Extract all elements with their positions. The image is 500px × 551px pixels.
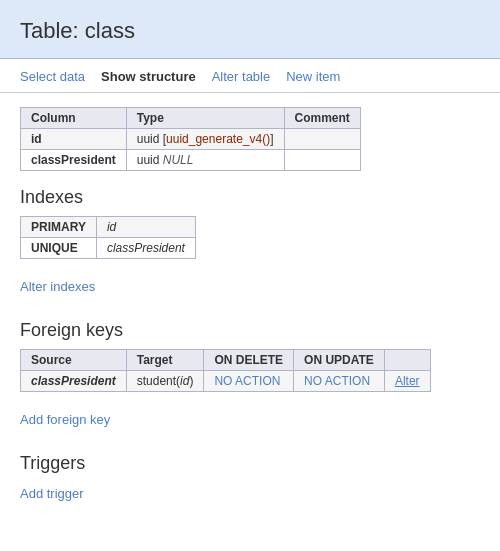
fk-header-action	[384, 350, 430, 371]
index-row: PRIMARY id	[21, 217, 196, 238]
type-id: uuid [uuid_generate_v4()]	[126, 129, 284, 150]
nav-show-structure[interactable]: Show structure	[101, 69, 196, 84]
indexes-title: Indexes	[20, 187, 480, 208]
fk-target: student(id)	[126, 371, 204, 392]
page-title: Table: class	[20, 18, 480, 44]
col-header-column: Column	[21, 108, 127, 129]
fk-on-update: NO ACTION	[294, 371, 385, 392]
type-classpresident: uuid NULL	[126, 150, 284, 171]
fk-header-on-delete: ON DELETE	[204, 350, 294, 371]
fk-row: classPresident student(id) NO ACTION NO …	[21, 371, 431, 392]
foreign-keys-table: Source Target ON DELETE ON UPDATE classP…	[20, 349, 431, 392]
table-row: id uuid [uuid_generate_v4()]	[21, 129, 361, 150]
fk-header-source: Source	[21, 350, 127, 371]
comment-id	[284, 129, 360, 150]
comment-classpresident	[284, 150, 360, 171]
col-id: id	[21, 129, 127, 150]
add-trigger-link[interactable]: Add trigger	[20, 486, 84, 501]
fk-header-target: Target	[126, 350, 204, 371]
table-row: classPresident uuid NULL	[21, 150, 361, 171]
uuid-func: uuid_generate_v4()	[166, 132, 270, 146]
add-foreign-key-link[interactable]: Add foreign key	[20, 412, 110, 427]
index-type-unique: UNIQUE	[21, 238, 97, 259]
index-col-id: id	[96, 217, 195, 238]
page-header: Table: class	[0, 0, 500, 59]
nav-alter-table[interactable]: Alter table	[212, 69, 271, 84]
index-type-primary: PRIMARY	[21, 217, 97, 238]
col-classpresident: classPresident	[21, 150, 127, 171]
fk-source: classPresident	[21, 371, 127, 392]
col-header-type: Type	[126, 108, 284, 129]
col-header-comment: Comment	[284, 108, 360, 129]
navigation: Select data Show structure Alter table N…	[0, 59, 500, 93]
index-row: UNIQUE classPresident	[21, 238, 196, 259]
main-content: Column Type Comment id uuid [uuid_genera…	[0, 93, 500, 525]
foreign-keys-title: Foreign keys	[20, 320, 480, 341]
null-text: NULL	[163, 153, 194, 167]
fk-on-delete: NO ACTION	[204, 371, 294, 392]
alter-indexes-link[interactable]: Alter indexes	[20, 279, 95, 294]
indexes-table: PRIMARY id UNIQUE classPresident	[20, 216, 196, 259]
structure-table: Column Type Comment id uuid [uuid_genera…	[20, 107, 361, 171]
fk-alter[interactable]: Alter	[384, 371, 430, 392]
fk-header-on-update: ON UPDATE	[294, 350, 385, 371]
nav-new-item[interactable]: New item	[286, 69, 340, 84]
triggers-title: Triggers	[20, 453, 480, 474]
nav-select-data[interactable]: Select data	[20, 69, 85, 84]
index-col-classpresident: classPresident	[96, 238, 195, 259]
